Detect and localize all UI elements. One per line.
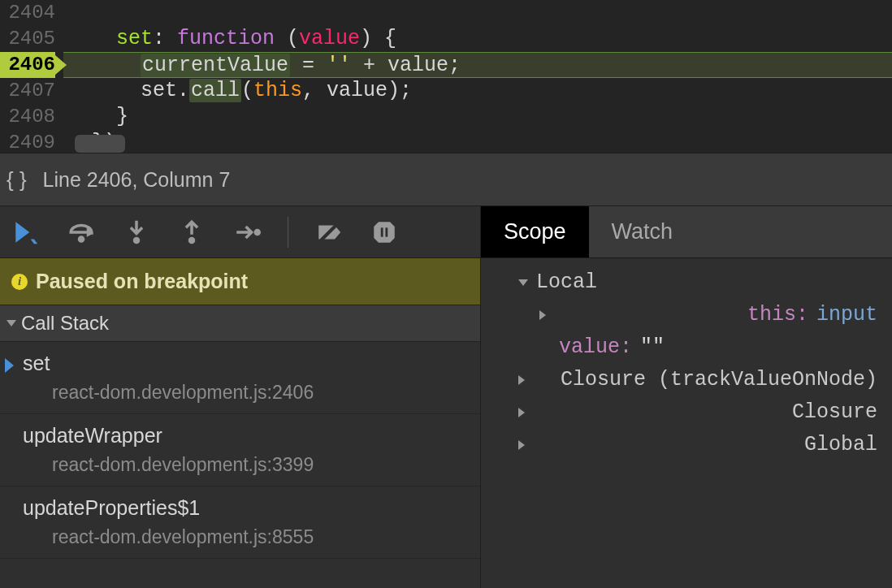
line-number[interactable]: 2407 (0, 78, 55, 104)
scope-variable[interactable]: this: input (496, 299, 877, 331)
debugger-right-pane: Scope Watch Localthis: inputvalue: ""Clo… (481, 206, 892, 588)
scope-variable[interactable]: value: "" (496, 331, 877, 364)
tab-scope[interactable]: Scope (481, 206, 589, 257)
svg-point-4 (254, 228, 262, 236)
variable-value: "" (640, 331, 665, 364)
pause-banner: i Paused on breakpoint (0, 258, 480, 305)
scope-panel: Localthis: inputvalue: ""Closure (trackV… (481, 258, 892, 469)
scope-group-name: Closure (792, 396, 877, 429)
resume-icon (12, 218, 40, 246)
step-over-icon (67, 218, 95, 246)
svg-point-1 (78, 236, 85, 243)
debugger-left-pane: i Paused on breakpoint Call Stack setrea… (0, 206, 481, 588)
variable-value: input (816, 299, 877, 331)
scope-watch-tabbar: Scope Watch (481, 206, 892, 258)
svg-rect-7 (385, 227, 388, 236)
toolbar-separator (288, 217, 288, 248)
svg-point-2 (133, 236, 141, 244)
resume-button[interactable] (11, 218, 41, 247)
tab-watch[interactable]: Watch (589, 206, 696, 257)
frame-function-name: updateWrapper (23, 424, 464, 447)
pretty-print-icon[interactable]: { } (6, 167, 27, 192)
pause-icon (370, 218, 398, 246)
code-line[interactable]: set.call(this, value); (63, 78, 892, 104)
source-editor[interactable]: 2404240524062407240824092410 set: functi… (0, 0, 892, 153)
svg-marker-0 (15, 222, 29, 243)
step-icon (233, 218, 261, 246)
frame-function-name: updateProperties$1 (23, 496, 464, 520)
code-line[interactable]: set: function (value) { (63, 26, 892, 52)
chevron-down-icon (6, 320, 16, 326)
scope-group[interactable]: Closure (496, 396, 877, 429)
line-number[interactable]: 2406 (0, 52, 55, 78)
chevron-right-icon (539, 310, 739, 320)
call-stack-frame[interactable]: updateWrapperreact-dom.development.js:33… (0, 414, 480, 486)
scope-group-name: Local (536, 266, 597, 299)
call-stack-frame[interactable]: updateProperties$1react-dom.development.… (0, 486, 480, 559)
line-number-gutter[interactable]: 2404240524062407240824092410 (0, 0, 63, 153)
line-number[interactable]: 2409 (0, 130, 55, 153)
deactivate-breakpoints-icon (315, 218, 343, 246)
chevron-down-icon (518, 279, 528, 286)
step-into-button[interactable] (122, 218, 151, 247)
code-line[interactable]: }); (63, 130, 892, 153)
svg-rect-6 (381, 227, 383, 236)
status-bar: { } Line 2406, Column 7 (0, 153, 892, 206)
frame-source-location: react-dom.development.js:8555 (23, 526, 464, 548)
code-line[interactable]: currentValue = '' + value; (63, 52, 892, 78)
step-out-button[interactable] (177, 218, 206, 247)
step-into-icon (123, 218, 150, 246)
step-over-button[interactable] (67, 218, 96, 247)
chevron-right-icon (518, 408, 784, 417)
frame-function-name: set (23, 352, 464, 375)
scope-group[interactable]: Closure (trackValueOnNode) (496, 364, 877, 396)
variable-name: value: (559, 331, 632, 364)
scope-group[interactable]: Global (496, 429, 877, 461)
step-out-icon (178, 218, 206, 246)
scope-group[interactable]: Local (496, 266, 877, 299)
debugger-toolbar (0, 206, 480, 258)
line-number[interactable]: 2408 (0, 104, 55, 130)
chevron-right-icon (518, 440, 796, 450)
code-line[interactable]: } (63, 104, 892, 130)
scope-group-name: Closure (trackValueOnNode) (561, 364, 877, 396)
info-icon: i (11, 274, 28, 290)
line-number[interactable]: 2404 (0, 0, 55, 26)
call-stack-header[interactable]: Call Stack (0, 305, 480, 342)
step-button[interactable] (232, 218, 262, 247)
pause-on-exceptions-button[interactable] (370, 218, 399, 247)
pause-reason: Paused on breakpoint (36, 270, 248, 293)
call-stack-frames: setreact-dom.development.js:2406updateWr… (0, 342, 480, 588)
cursor-position: Line 2406, Column 7 (43, 168, 231, 192)
scope-group-name: Global (804, 429, 877, 461)
horizontal-scrollbar-thumb[interactable] (75, 135, 125, 153)
frame-source-location: react-dom.development.js:2406 (23, 382, 464, 404)
code-line[interactable] (63, 0, 892, 26)
deactivate-breakpoints-button[interactable] (314, 218, 344, 247)
code-area[interactable]: set: function (value) { currentValue = '… (63, 0, 892, 153)
line-number[interactable]: 2405 (0, 26, 55, 52)
frame-source-location: react-dom.development.js:3399 (23, 454, 464, 476)
svg-point-3 (188, 236, 196, 244)
call-stack-title: Call Stack (21, 312, 109, 335)
chevron-right-icon (518, 375, 552, 385)
variable-name: this: (747, 299, 808, 331)
call-stack-frame[interactable]: setreact-dom.development.js:2406 (0, 342, 480, 414)
debugger-pane: i Paused on breakpoint Call Stack setrea… (0, 206, 892, 588)
